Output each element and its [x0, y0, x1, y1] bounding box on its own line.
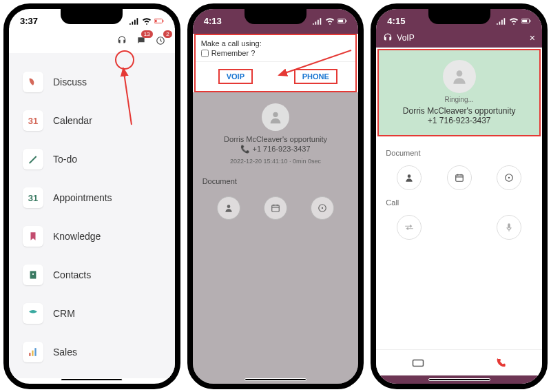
- menu-label: Knowledge: [53, 231, 101, 242]
- call-bottom-bar: [376, 349, 542, 375]
- schedule-button[interactable]: [264, 196, 287, 220]
- dimmed-background: Dorris McCleaver's opportunity 📞 +1 716-…: [193, 92, 359, 389]
- svg-rect-28: [413, 360, 423, 366]
- status-time: 4:15: [387, 16, 405, 26]
- svg-point-22: [456, 70, 462, 76]
- svg-rect-10: [339, 19, 344, 22]
- svg-rect-8: [34, 348, 36, 356]
- menu-item-appointments[interactable]: 31 Appointments: [9, 178, 175, 217]
- transfer-button[interactable]: [397, 215, 422, 240]
- avatar-icon: [443, 60, 476, 93]
- menu-label: CRM: [53, 308, 75, 319]
- clock-icon: [156, 36, 165, 45]
- status-icons: [497, 17, 531, 25]
- menu-label: Appointments: [53, 192, 112, 203]
- svg-point-26: [508, 177, 509, 178]
- menu-item-calendar[interactable]: 31 Calendar: [9, 101, 175, 140]
- menu-label: Discuss: [53, 76, 87, 87]
- status-time: 3:37: [20, 16, 38, 26]
- document-actions: [384, 163, 534, 193]
- voip-title: VoIP: [397, 33, 414, 43]
- svg-point-5: [32, 274, 34, 275]
- header-actions: 13 2: [9, 28, 175, 53]
- call-section-label: Call: [384, 193, 534, 212]
- call-body: Document Call: [376, 138, 542, 248]
- voip-header: VoIP ×: [376, 28, 542, 48]
- discuss-icon: [23, 72, 43, 92]
- menu-label: To-do: [53, 154, 77, 165]
- mute-button[interactable]: [497, 215, 521, 240]
- annotation-arrow: [276, 49, 358, 83]
- home-indicator: [245, 378, 306, 381]
- call-card-dimmed: Dorris McCleaver's opportunity 📞 +1 716-…: [193, 92, 359, 172]
- svg-point-14: [227, 205, 230, 208]
- phone-3: 4:15 VoIP × Ringing... Dorris McCleaver'…: [371, 3, 548, 389]
- svg-point-23: [408, 174, 411, 178]
- remember-label: Remember ?: [211, 49, 256, 57]
- phone-number-row: 📞 +1 716-923-3437: [193, 145, 359, 154]
- keypad-button[interactable]: [376, 350, 459, 375]
- svg-rect-20: [522, 19, 527, 22]
- phone-headset-icon: [383, 33, 393, 43]
- remember-checkbox[interactable]: [201, 50, 209, 57]
- svg-point-17: [322, 207, 323, 208]
- svg-rect-24: [455, 175, 463, 181]
- crm-icon: [23, 303, 43, 324]
- svg-rect-21: [530, 20, 530, 21]
- app-menu[interactable]: Discuss 31 Calendar To-do 31 Appointment…: [9, 53, 175, 378]
- phone-1: 3:37 13 2 Discuss 31 Calendar: [3, 3, 180, 389]
- calendar-icon: 31: [23, 110, 43, 131]
- call-status: Ringing...: [379, 96, 539, 103]
- voip-button[interactable]: VOIP: [196, 62, 276, 91]
- menu-item-discuss[interactable]: Discuss: [9, 63, 175, 101]
- svg-point-13: [273, 112, 278, 117]
- activity-badge: 2: [163, 30, 171, 38]
- contact-button[interactable]: [397, 165, 422, 190]
- menu-label: Calendar: [53, 115, 92, 126]
- voip-icon-button[interactable]: [114, 33, 129, 48]
- messages-button[interactable]: 13: [134, 33, 149, 48]
- contacts-icon: [23, 265, 43, 285]
- knowledge-icon: [23, 226, 43, 247]
- notch: [61, 9, 123, 24]
- opportunity-name: Dorris McCleaver's opportunity: [379, 106, 539, 116]
- avatar-icon: [262, 103, 289, 131]
- activity-button[interactable]: 2: [153, 33, 168, 48]
- dialog-title: Make a call using:: [196, 35, 356, 49]
- notch: [428, 9, 490, 24]
- appointments-icon: 31: [23, 187, 43, 208]
- battery-low-icon: [154, 17, 164, 25]
- svg-rect-6: [29, 353, 30, 356]
- menu-label: Contacts: [53, 269, 91, 280]
- messages-badge: 13: [141, 30, 153, 38]
- hangup-button[interactable]: [459, 350, 542, 375]
- phone-headset-icon: [117, 36, 127, 45]
- menu-item-contacts[interactable]: Contacts: [9, 256, 175, 294]
- active-call-card: Ringing... Dorris McCleaver's opportunit…: [377, 49, 541, 136]
- close-button[interactable]: ×: [530, 32, 535, 43]
- info-button[interactable]: [311, 196, 334, 220]
- menu-item-knowledge[interactable]: Knowledge: [9, 217, 175, 256]
- contact-button[interactable]: [217, 196, 240, 220]
- call-timestamp: 2022-12-20 15:41:10 · 0min 0sec: [193, 158, 359, 165]
- menu-item-todo[interactable]: To-do: [9, 140, 175, 178]
- opportunity-name: Dorris McCleaver's opportunity: [193, 135, 359, 143]
- svg-rect-2: [163, 20, 163, 21]
- svg-line-12: [279, 50, 351, 75]
- status-icons: [313, 17, 347, 25]
- menu-label: Sales: [53, 347, 77, 358]
- status-icons: [129, 17, 164, 25]
- signal-icon: [129, 17, 139, 25]
- todo-icon: [23, 149, 43, 169]
- call-actions: [384, 212, 534, 243]
- wifi-icon: [142, 17, 152, 25]
- home-indicator: [61, 378, 123, 381]
- menu-item-sales[interactable]: Sales: [9, 333, 175, 371]
- info-button[interactable]: [497, 165, 521, 190]
- status-time: 4:13: [204, 16, 222, 26]
- schedule-button[interactable]: [447, 165, 472, 190]
- svg-rect-15: [272, 205, 280, 212]
- menu-item-crm[interactable]: CRM: [9, 294, 175, 333]
- phone-number: +1 716-923-3437: [379, 116, 539, 125]
- svg-rect-27: [508, 223, 510, 228]
